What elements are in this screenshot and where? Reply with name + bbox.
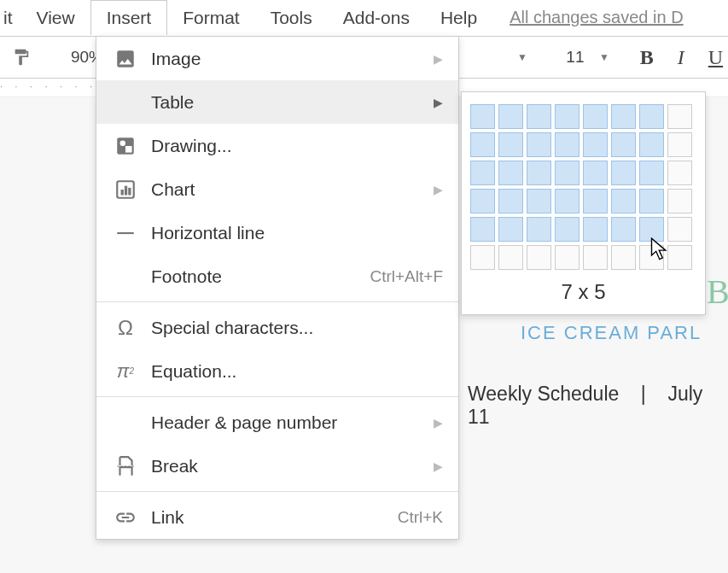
page-break-icon	[112, 453, 139, 480]
menu-item-label: Table	[151, 92, 434, 113]
chart-icon	[112, 176, 139, 203]
drawing-icon	[112, 132, 139, 160]
table-grid-cell[interactable]	[667, 245, 692, 270]
submenu-arrow-icon: ▶	[434, 459, 443, 473]
menu-shortcut: Ctrl+K	[398, 508, 443, 527]
document-subtitle: ICE CREAM PARL	[521, 322, 702, 344]
menu-edit-partial[interactable]: it	[0, 1, 21, 35]
menu-item-special-characters[interactable]: Ω Special characters...	[96, 306, 458, 349]
table-submenu: 7 x 5	[461, 91, 706, 315]
table-grid-cell[interactable]	[611, 217, 636, 242]
menu-format[interactable]: Format	[167, 1, 255, 35]
table-grid-cell[interactable]	[470, 245, 495, 270]
table-grid-cell[interactable]	[470, 189, 495, 213]
table-grid-cell[interactable]	[639, 217, 664, 242]
italic-button[interactable]: I	[666, 37, 696, 78]
table-grid-row	[470, 104, 696, 129]
table-grid-cell[interactable]	[498, 132, 523, 157]
table-grid-cell[interactable]	[667, 189, 692, 213]
svg-rect-2	[125, 146, 132, 153]
table-grid-cell[interactable]	[527, 132, 551, 157]
footnote-icon	[112, 263, 139, 290]
table-size-label: 7 x 5	[470, 280, 696, 304]
table-grid-cell[interactable]	[583, 132, 608, 157]
table-grid-cell[interactable]	[470, 217, 495, 242]
table-grid-cell[interactable]	[470, 104, 495, 129]
menu-item-footnote[interactable]: Footnote Ctrl+Alt+F	[96, 254, 458, 298]
table-grid-cell[interactable]	[611, 245, 636, 270]
menu-tools[interactable]: Tools	[255, 1, 328, 35]
table-grid-cell[interactable]	[639, 104, 664, 129]
table-grid-cell[interactable]	[555, 217, 579, 242]
table-grid-cell[interactable]	[583, 104, 608, 129]
menu-item-image[interactable]: Image ▶	[96, 37, 458, 80]
menu-item-equation[interactable]: π2 Equation...	[96, 349, 458, 393]
table-grid-cell[interactable]	[611, 189, 636, 213]
link-icon	[112, 504, 139, 531]
table-grid-cell[interactable]	[639, 161, 664, 185]
menu-help[interactable]: Help	[425, 1, 492, 35]
menu-separator	[96, 396, 458, 397]
underline-button[interactable]: U	[696, 37, 728, 78]
table-grid-row	[470, 189, 696, 213]
menu-shortcut: Ctrl+Alt+F	[370, 267, 443, 286]
table-grid-cell[interactable]	[527, 217, 551, 242]
font-dropdown-caret[interactable]: ▼	[498, 37, 539, 78]
table-grid-cell[interactable]	[498, 189, 523, 213]
table-grid-cell[interactable]	[470, 132, 495, 157]
table-grid-cell[interactable]	[527, 189, 551, 213]
table-grid-cell[interactable]	[611, 161, 636, 185]
menu-item-label: Special characters...	[151, 318, 443, 338]
menu-addons[interactable]: Add-ons	[328, 1, 425, 35]
table-grid-cell[interactable]	[639, 189, 664, 213]
bold-button[interactable]: B	[628, 37, 666, 78]
table-grid-cell[interactable]	[583, 161, 608, 185]
image-icon	[112, 45, 139, 73]
table-grid-cell[interactable]	[555, 245, 579, 270]
font-size-dropdown[interactable]: 11 ▼	[546, 37, 621, 78]
table-grid-cell[interactable]	[498, 217, 523, 242]
changes-saved-link[interactable]: All changes saved in D	[510, 8, 683, 27]
table-grid-cell[interactable]	[667, 161, 692, 185]
table-grid-cell[interactable]	[583, 245, 608, 270]
paint-format-icon[interactable]	[0, 37, 43, 78]
table-grid-cell[interactable]	[583, 189, 608, 213]
table-grid-cell[interactable]	[498, 161, 523, 185]
table-grid-cell[interactable]	[555, 161, 579, 185]
menu-item-drawing[interactable]: Drawing...	[96, 124, 458, 167]
table-grid-cell[interactable]	[639, 245, 664, 270]
svg-rect-5	[125, 185, 127, 195]
table-grid-cell[interactable]	[611, 132, 636, 157]
table-grid-cell[interactable]	[555, 132, 579, 157]
table-grid-cell[interactable]	[555, 189, 579, 213]
menu-item-chart[interactable]: Chart ▶	[96, 167, 458, 211]
table-grid-cell[interactable]	[667, 217, 692, 242]
table-grid-cell[interactable]	[555, 104, 579, 129]
table-grid-cell[interactable]	[583, 217, 608, 242]
menu-item-label: Equation...	[151, 361, 443, 382]
table-grid-cell[interactable]	[498, 245, 523, 270]
menu-item-label: Image	[151, 49, 434, 69]
menu-item-horizontal-line[interactable]: Horizontal line	[96, 211, 458, 254]
table-grid-cell[interactable]	[667, 132, 692, 157]
document-title-partial: B	[707, 272, 728, 312]
table-grid-cell[interactable]	[470, 161, 495, 185]
svg-rect-4	[121, 190, 124, 196]
table-grid-row	[470, 217, 696, 242]
table-grid-cell[interactable]	[527, 245, 551, 270]
menu-item-header-page-number[interactable]: Header & page number ▶	[96, 401, 458, 444]
menu-item-link[interactable]: Link Ctrl+K	[96, 495, 458, 539]
menu-view[interactable]: View	[21, 1, 90, 35]
schedule-separator: |	[641, 383, 646, 405]
table-size-grid[interactable]	[470, 104, 696, 270]
menu-item-table[interactable]: Table ▶	[96, 80, 458, 124]
menu-insert[interactable]: Insert	[90, 0, 168, 35]
table-grid-cell[interactable]	[667, 104, 692, 129]
table-grid-cell[interactable]	[639, 132, 664, 157]
menu-item-break[interactable]: Break ▶	[96, 444, 458, 488]
horizontal-line-icon	[112, 219, 139, 247]
table-grid-cell[interactable]	[498, 104, 523, 129]
table-grid-cell[interactable]	[527, 161, 551, 185]
table-grid-cell[interactable]	[611, 104, 636, 129]
table-grid-cell[interactable]	[527, 104, 551, 129]
